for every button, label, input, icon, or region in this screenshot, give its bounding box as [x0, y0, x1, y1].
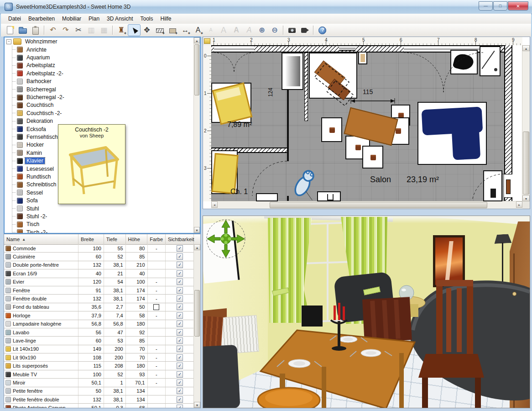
menu-bearbeiten[interactable]: Bearbeiten — [25, 15, 58, 23]
italic-button[interactable]: A — [243, 24, 256, 36]
minimize-button[interactable]: — — [479, 1, 493, 11]
scroll-up-arrow[interactable]: ▲ — [194, 37, 200, 43]
table-row-photo-antelope-canyon[interactable]: Photo Antelope Canyon50,10,368✓ — [4, 404, 194, 408]
visibility-checkbox[interactable]: ✓ — [177, 295, 183, 302]
table-row-double-porte-fen-tre[interactable]: Double porte-fenêtre13238,1210✓ — [4, 261, 194, 269]
column-header-tiefe[interactable]: Tiefe — [104, 234, 126, 244]
visibility-checkbox[interactable]: ✓ — [177, 245, 183, 252]
compass-down-arrow[interactable] — [222, 244, 230, 258]
table-row-lit-90x190[interactable]: Lit 90x19010820070-✓ — [4, 353, 194, 362]
visibility-checkbox[interactable]: ✓ — [177, 312, 183, 319]
table-row-ecran-16-9[interactable]: Ecran 16/9402140✓ — [4, 269, 194, 278]
visibility-checkbox[interactable]: ✓ — [177, 262, 183, 268]
tree-item-anrichte[interactable]: Anrichte — [12, 46, 200, 53]
zoom-in-button[interactable]: ⊕ — [256, 24, 268, 36]
scroll-right-arrow[interactable]: ▸ — [516, 201, 522, 208]
plan-canvas[interactable]: 7,89 m² Ch. 1 Salon 23,19 m² 115 124 — [211, 45, 522, 201]
visibility-checkbox[interactable]: ✓ — [177, 371, 183, 378]
scroll-left-arrow[interactable]: ◂ — [211, 201, 218, 208]
visibility-checkbox[interactable]: ✓ — [177, 354, 183, 361]
menu-tools[interactable]: Tools — [136, 15, 156, 23]
create-video-button[interactable] — [298, 24, 311, 36]
compass-right-arrow[interactable] — [231, 235, 245, 243]
furniture-list-panel[interactable]: Name▲BreiteTiefeHöheFarbeSichtbarkeit Co… — [4, 234, 201, 408]
menu-3d-ansicht[interactable]: 3D Ansicht — [103, 15, 136, 23]
tree-item-arbeitsplatz[interactable]: Arbeitsplatz — [12, 62, 200, 69]
scrollbar-thumb[interactable] — [194, 44, 199, 95]
visibility-checkbox[interactable]: ✓ — [177, 287, 183, 294]
table-row-miroir[interactable]: Miroir50,1170,1-✓ — [4, 379, 194, 387]
scroll-up-arrow[interactable]: ▲ — [522, 45, 530, 51]
compass-up-arrow[interactable] — [222, 220, 230, 233]
increase-text-size-button[interactable]: A — [217, 24, 230, 36]
visibility-checkbox[interactable]: ✓ — [177, 388, 183, 394]
visibility-checkbox[interactable]: ✓ — [177, 379, 183, 386]
column-header-sichtbarkeit[interactable]: Sichtbarkeit — [166, 234, 194, 244]
tree-scrollbar[interactable]: ▲ ▼ — [193, 37, 200, 233]
cut-button[interactable]: ✂ — [72, 24, 85, 36]
table-row-lave-linge[interactable]: Lave-linge605385✓ — [4, 337, 194, 345]
plan-vertical-scrollbar[interactable]: ▲ ▼ — [522, 45, 530, 201]
help-button[interactable] — [316, 24, 329, 36]
visibility-checkbox[interactable]: ✓ — [177, 329, 183, 336]
navigation-compass-3d[interactable] — [205, 218, 247, 260]
pan-mode-button[interactable]: ✥ — [141, 24, 153, 36]
table-row-lampadaire-halog-ne[interactable]: Lampadaire halogène56,856,8180✓ — [4, 320, 194, 328]
table-row-meuble-tv[interactable]: Meuble TV1005293-✓ — [4, 370, 194, 379]
tree-item-couchtisch[interactable]: Couchtisch — [12, 101, 200, 109]
camera-observer-icon[interactable] — [292, 169, 324, 201]
create-rooms-button[interactable]: + — [166, 24, 179, 36]
scrollbar-thumb[interactable] — [523, 132, 529, 195]
plan-horizontal-scrollbar[interactable]: ◂ ▸ — [211, 201, 522, 209]
column-header-name[interactable]: Name▲ — [4, 234, 78, 244]
bold-button[interactable]: A — [230, 24, 243, 36]
column-header-farbe[interactable]: Farbe — [147, 234, 166, 244]
column-header-breite[interactable]: Breite — [78, 234, 104, 244]
table-row-lit-140x190[interactable]: Lit 140x19014920070-✓ — [4, 345, 194, 353]
copy-button[interactable]: ▥ — [85, 24, 98, 36]
maximize-button[interactable]: □ — [493, 1, 507, 11]
zoom-out-button[interactable]: ⊖ — [268, 24, 281, 36]
visibility-checkbox[interactable]: ✓ — [177, 396, 183, 403]
open-button[interactable] — [16, 24, 29, 36]
table-row-fond-du-tableau[interactable]: Fond du tableau35,62,750✓ — [4, 303, 194, 311]
tree-item-couchtisch-2[interactable]: Couchtisch -2- — [12, 109, 200, 117]
tree-item-tisch[interactable]: Tisch — [12, 221, 200, 228]
visibility-checkbox[interactable]: ✓ — [177, 253, 183, 260]
scroll-up-arrow[interactable]: ▲ — [194, 244, 200, 250]
title-bar[interactable]: ⌂ SweetHome3DExamplesh3d - Sweet Home 3D… — [0, 0, 532, 14]
table-row-petite-fen-tre[interactable]: Petite fenêtre5038,1134✓ — [4, 387, 194, 395]
visibility-checkbox[interactable]: ✓ — [177, 321, 183, 327]
undo-button[interactable]: ↶ — [47, 24, 59, 36]
horizontal-splitter[interactable] — [203, 209, 530, 216]
scrollbar-thumb[interactable] — [194, 290, 200, 337]
vertical-splitter[interactable] — [201, 37, 203, 411]
compass-left-arrow[interactable] — [207, 235, 220, 243]
menu-datei[interactable]: Datei — [5, 15, 25, 23]
create-walls-button[interactable]: + — [153, 24, 166, 36]
tree-item-b-cherregal-2[interactable]: Bücherregal -2- — [12, 93, 200, 101]
tree-item-stuhl[interactable]: Stuhl — [12, 205, 200, 212]
table-scrollbar[interactable]: ▲ ▼ — [193, 244, 200, 408]
tree-item-b-cherregal[interactable]: Bücherregal — [12, 85, 200, 93]
table-row-fen-tre-double[interactable]: Fenêtre double13238,1174-✓ — [4, 295, 194, 303]
tree-item-aquarium[interactable]: Aquarium — [12, 53, 200, 61]
table-row-lits-superpos-s[interactable]: Lits superposés115208180-✓ — [4, 362, 194, 370]
menu-plan[interactable]: Plan — [85, 15, 103, 23]
scroll-down-arrow[interactable]: ▼ — [194, 402, 200, 408]
tree-root-row[interactable]: − Wohnzimmer — [5, 37, 200, 46]
tree-item-stuhl-2[interactable]: Stuhl -2- — [12, 212, 200, 220]
new-document-button[interactable] — [4, 24, 16, 36]
scroll-down-arrow[interactable]: ▼ — [522, 195, 530, 201]
decrease-text-size-button[interactable]: A — [204, 24, 217, 36]
table-row-commode[interactable]: Commode1005580-✓ — [4, 244, 194, 253]
color-swatch[interactable] — [153, 304, 159, 310]
create-dimensions-button[interactable]: ↔+ — [179, 24, 192, 36]
menu-hilfe[interactable]: Hilfe — [157, 15, 175, 23]
create-photo-button[interactable] — [286, 24, 298, 36]
create-text-button[interactable]: A+ — [192, 24, 204, 36]
visibility-checkbox[interactable]: ✓ — [177, 270, 183, 277]
scrollbar-thumb[interactable] — [270, 202, 487, 208]
save-button[interactable] — [29, 24, 42, 36]
table-row-lavabo[interactable]: Lavabo564792✓ — [4, 328, 194, 337]
